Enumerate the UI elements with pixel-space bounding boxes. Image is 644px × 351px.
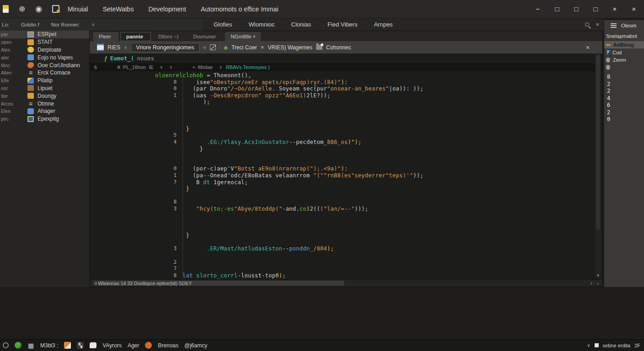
tree-item-icon [27, 47, 34, 53]
tray-chevron-icon[interactable]: ∨ [587, 343, 590, 348]
tree-row[interactable]: 9er Doungy [0, 92, 89, 100]
taskbar-app-icon[interactable] [27, 342, 34, 349]
run-config-label-2[interactable]: Goblin f [21, 22, 39, 27]
right-panel-row[interactable]: Zeorn [604, 56, 644, 64]
taskbar-app-icon[interactable] [15, 342, 21, 349]
close-icon[interactable]: × [596, 21, 599, 28]
line-number [90, 226, 180, 233]
cohonnec-button[interactable]: Cohonnec [326, 44, 351, 51]
menubar-menu-item[interactable]: Glofies [214, 21, 232, 28]
taskbar-item[interactable] [27, 342, 34, 349]
vries-wagernes-button[interactable]: VRIES) Wagernes [268, 44, 312, 51]
taskbar-app-icon[interactable] [64, 342, 71, 349]
ries-button[interactable]: RIES [107, 44, 120, 51]
tree-item-icon [27, 70, 34, 76]
diff-icon[interactable] [210, 44, 216, 50]
titlebar-menu-item[interactable]: Automomots o effice Immai [201, 5, 278, 13]
tree-row[interactable]: open STAIT [0, 38, 89, 46]
breadcrumb-item-device[interactable]: Minlae [198, 64, 213, 70]
right-panel-row[interactable]: Cod [604, 49, 644, 56]
folder-icon[interactable] [316, 45, 322, 50]
printer-icon[interactable]: ≡ [117, 64, 120, 70]
chevron-down-icon[interactable]: ∨ [219, 65, 222, 69]
code-text [180, 259, 182, 266]
run-config-selector[interactable]: Nor Ronner: [51, 22, 80, 27]
app-logo-icon[interactable] [3, 5, 9, 13]
menubar-menu-item[interactable]: Arnpes [374, 21, 392, 28]
taskbar-item[interactable]: M3bl3 : [40, 342, 58, 349]
window-control-button[interactable]: × [608, 5, 621, 13]
taskbar-item[interactable]: VAyrors [102, 342, 122, 349]
editor-tab[interactable]: Dovnuner [188, 32, 223, 41]
taskbar-item[interactable] [64, 342, 71, 349]
breadcrumb-item-printer[interactable]: PL_16hoo [123, 64, 146, 70]
right-panel-row[interactable] [604, 64, 644, 71]
editor-tab[interactable]: Pleer [93, 32, 118, 41]
tray-app-icon[interactable] [595, 343, 599, 347]
editor-status-bar: • Wleknnas 14 33 Doollopce eptlve(bll) S… [90, 279, 602, 287]
tree-row[interactable]: Elle Pilatip [0, 77, 89, 85]
chevron-down-icon[interactable]: ∨ [124, 45, 127, 50]
scroll-right-icon[interactable]: › [590, 280, 592, 286]
editor-tab[interactable]: Dtlorn −) [153, 32, 186, 41]
notebook-icon[interactable] [52, 5, 59, 13]
taskbar-item[interactable] [77, 342, 84, 349]
hamburger-menu-icon[interactable] [611, 23, 617, 28]
tree-row[interactable]: Alex Derploate [0, 46, 89, 54]
search-icon[interactable] [585, 22, 589, 27]
taskbar-app-icon[interactable] [3, 342, 9, 348]
tree-row[interactable]: Arces Otmne [0, 100, 89, 107]
menubar-menu-item[interactable]: Wlomnioc [248, 21, 274, 28]
code-area[interactable]: oloenrelclohob = Thoeonnt(), 0 isee"oBes… [90, 71, 602, 280]
window-control-button[interactable]: □ [570, 5, 583, 13]
scheme-dropdown[interactable]: Vriore Rongeringiomes [131, 43, 199, 52]
editor-tab-label: pannie [126, 34, 143, 39]
right-panel-row[interactable]: AeBivug [604, 41, 644, 48]
compass-icon[interactable]: ⊕ [19, 4, 25, 14]
taskbar-item[interactable] [145, 342, 152, 349]
taskbar-item[interactable]: Brenoas [158, 342, 178, 349]
titlebar-menu-item[interactable]: Minuial [68, 5, 88, 13]
tree-row[interactable]: aler Eojo no Vapes [0, 53, 89, 61]
tree-view-icon[interactable]: ♣ [224, 44, 228, 51]
breadcrumb-item-ie[interactable]: IE [149, 64, 153, 70]
titlebar-menu-item[interactable]: Development [148, 5, 186, 13]
editor-tab[interactable]: NGm8tle ▾ [225, 32, 261, 41]
window-control-button[interactable]: □ [551, 5, 564, 13]
taskbar-item[interactable]: @j6amcy [184, 342, 207, 349]
menubar-menu-item[interactable]: Fied Vibers [327, 21, 358, 28]
vertical-scrollbar[interactable]: ∨ [595, 54, 601, 278]
window-control-button[interactable]: − [531, 5, 544, 13]
taskbar-item[interactable] [90, 342, 97, 348]
taskbar-item[interactable] [3, 342, 9, 348]
tree-row[interactable]: Elen Ahager [0, 107, 89, 115]
tree-coer-button[interactable]: Treci Coer [231, 44, 257, 51]
breadcrumb-item-suffix[interactable]: RBAVs Teomsyies ) [226, 64, 270, 70]
titlebar-menu-item[interactable]: SeteWatbs [102, 5, 134, 13]
chevron-down-icon[interactable]: ∨ [169, 65, 172, 69]
taskbar-item[interactable] [15, 342, 21, 349]
menubar-menu-item[interactable]: Clonias [291, 21, 311, 28]
taskbar-app-icon[interactable] [145, 342, 152, 349]
vertical-scrollbar-thumb[interactable] [596, 55, 600, 230]
tree-row[interactable]: pec Epexpitg [0, 115, 89, 123]
tree-row[interactable]: Allen Erck Comace [0, 69, 89, 77]
target-icon[interactable]: ◉ [35, 4, 42, 14]
device-icon: ≈ [193, 64, 195, 70]
taskbar-app-icon[interactable] [90, 342, 97, 348]
taskbar-item[interactable]: Ager [128, 342, 139, 349]
chevron-down-icon[interactable]: ∨ [160, 65, 163, 69]
scroll-down-icon[interactable]: ∨ [595, 273, 601, 277]
taskbar-app-icon[interactable] [77, 342, 84, 349]
tree-row[interactable]: Moc Ooe CorUlndiann [0, 61, 89, 69]
toolbar-close-icon[interactable]: × [586, 44, 602, 51]
tree-row[interactable]: par ESRpet [0, 31, 89, 38]
files-icon[interactable] [97, 44, 104, 51]
window-control-button[interactable]: □ [589, 5, 602, 13]
editor-tab[interactable]: pannie [120, 32, 151, 41]
chevron-down-icon[interactable]: ∨ [91, 22, 95, 27]
chevron-down-icon[interactable]: ∨ [203, 45, 206, 50]
tree-row[interactable]: oor Lipuet [0, 85, 89, 92]
window-control-button[interactable]: × [628, 5, 640, 13]
close-icon[interactable]: × [261, 44, 264, 51]
